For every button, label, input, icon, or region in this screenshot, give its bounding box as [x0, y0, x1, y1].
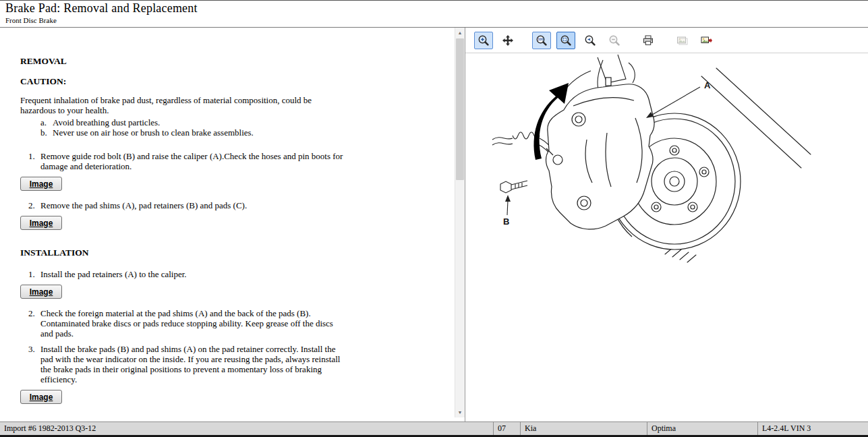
guide-rod-bolt: [500, 181, 527, 193]
step-number: 2.: [28, 200, 40, 210]
zoom-in-button[interactable]: [474, 32, 493, 49]
caution-item: a. Avoid breathing dust particles.: [40, 117, 344, 127]
installation-heading: INSTALLATION: [20, 247, 441, 258]
image-button-2[interactable]: Image: [20, 216, 62, 230]
caution-heading: CAUTION:: [20, 76, 441, 87]
removal-step: 2. Remove the pad shims (A), pad retaine…: [28, 200, 345, 210]
zoom-100-button[interactable]: 100: [532, 32, 551, 49]
print-button[interactable]: [639, 32, 658, 49]
step-text: Install the brake pads (B) and pad shims…: [40, 344, 345, 384]
installation-step: 3. Install the brake pads (B) and pad sh…: [28, 344, 345, 384]
pan-button[interactable]: [498, 32, 517, 49]
step-number: 1.: [28, 151, 40, 171]
status-engine: L4-2.4L VIN 3: [757, 422, 868, 435]
caution-item-label: b.: [40, 127, 53, 138]
step-number: 1.: [28, 269, 40, 279]
caution-item: b. Never use on air hose or brush to cle…: [40, 127, 344, 138]
zoom-window-icon: [584, 34, 596, 47]
image-viewer-panel: 100: [465, 28, 868, 421]
page-title: Brake Pad: Removal and Replacement: [5, 1, 863, 16]
scrollbar-thumb[interactable]: [456, 38, 464, 180]
pan-icon: [502, 34, 514, 47]
caution-sublist: a. Avoid breathing dust particles. b. Ne…: [40, 117, 441, 138]
status-bar: Import #6 1982-2013 Q3-12 07 Kia Optima …: [0, 421, 868, 435]
status-make: Kia: [520, 422, 647, 435]
viewer-toolbar: 100: [465, 28, 868, 53]
caution-paragraph: Frequent inhalation of brake pad dust, r…: [20, 95, 344, 115]
step-number: 3.: [28, 344, 40, 384]
installation-step: 1. Install the pad retainers (A) to the …: [28, 269, 345, 279]
print-icon: [642, 34, 654, 47]
step-text: Install the pad retainers (A) to the cal…: [40, 269, 345, 279]
export-image-icon: [700, 34, 712, 47]
zoom-window-button[interactable]: [581, 32, 600, 49]
image-button-3[interactable]: Image: [20, 285, 62, 299]
caution-item-text: Never use on air hose or brush to clean …: [53, 127, 254, 138]
removal-heading: REMOVAL: [20, 56, 441, 67]
callout-b-label: B: [503, 216, 509, 227]
page-subtitle: Front Disc Brake: [5, 16, 863, 24]
main-split: REMOVAL CAUTION: Frequent inhalation of …: [0, 28, 868, 421]
brake-assembly-diagram: A B: [465, 53, 866, 404]
zoom-fit-button[interactable]: [556, 32, 575, 49]
app-window: Brake Pad: Removal and Replacement Front…: [0, 0, 868, 437]
zoom-in-icon: [478, 34, 490, 47]
scrollbar-up-icon[interactable]: ▲: [455, 28, 465, 38]
step-text: Remove guide rod bolt (B) and raise the …: [40, 151, 345, 171]
status-year-code: 07: [493, 422, 520, 435]
step-number: 2.: [28, 308, 40, 339]
scrollbar-down-icon[interactable]: ▼: [455, 407, 465, 417]
diagram-canvas[interactable]: A B: [465, 53, 868, 421]
copy-image-icon: [676, 34, 688, 47]
export-image-button[interactable]: [697, 32, 716, 49]
step-text: Check the foreign material at the pad sh…: [40, 308, 345, 339]
status-import-info: Import #6 1982-2013 Q3-12: [0, 422, 493, 435]
header: Brake Pad: Removal and Replacement Front…: [0, 1, 868, 28]
document-panel: REMOVAL CAUTION: Frequent inhalation of …: [0, 28, 465, 421]
caution-item-label: a.: [40, 117, 53, 127]
zoom-fit-icon: [560, 34, 572, 47]
step-text: Remove the pad shims (A), pad retainers …: [40, 200, 345, 210]
svg-text:100: 100: [538, 37, 544, 41]
zoom-out-icon: [608, 34, 620, 47]
image-button-1[interactable]: Image: [20, 177, 62, 191]
document-content: REMOVAL CAUTION: Frequent inhalation of …: [0, 28, 455, 421]
copy-image-button[interactable]: [672, 32, 691, 49]
callout-a-label: A: [704, 80, 711, 90]
caution-item-text: Avoid breathing dust particles.: [53, 117, 160, 127]
removal-step: 1. Remove guide rod bolt (B) and raise t…: [28, 151, 345, 171]
document-scrollbar[interactable]: ▲ ▼: [455, 28, 465, 417]
zoom-out-button[interactable]: [605, 32, 624, 49]
zoom-100-icon: 100: [536, 34, 548, 47]
installation-step: 2. Check the foreign material at the pad…: [28, 308, 345, 339]
status-model: Optima: [647, 422, 757, 435]
image-button-4[interactable]: Image: [20, 390, 62, 404]
